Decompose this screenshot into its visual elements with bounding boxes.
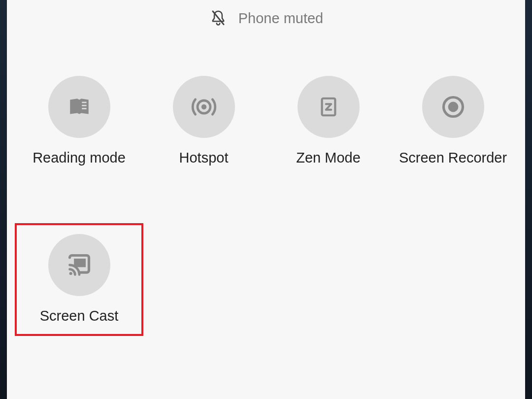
svg-point-4 xyxy=(201,104,206,109)
quick-settings-panel: Phone muted Reading mode xyxy=(7,0,525,399)
reading-mode-icon xyxy=(66,93,93,121)
svg-rect-1 xyxy=(82,102,86,103)
status-text: Phone muted xyxy=(238,10,324,27)
tile-circle xyxy=(298,76,360,138)
screen-cast-icon xyxy=(66,251,93,279)
tile-circle xyxy=(48,234,110,296)
screen-recorder-icon xyxy=(439,93,467,121)
hotspot-icon xyxy=(190,93,218,121)
svg-rect-3 xyxy=(82,108,86,109)
tile-circle xyxy=(422,76,484,138)
tile-screen-cast[interactable]: Screen Cast xyxy=(15,223,143,336)
zen-mode-icon xyxy=(315,93,342,121)
svg-point-10 xyxy=(69,272,72,275)
tiles-grid: Reading mode Hotspot xyxy=(7,37,525,334)
svg-point-8 xyxy=(448,102,458,112)
svg-rect-2 xyxy=(82,105,86,106)
tile-label: Screen Cast xyxy=(40,308,119,324)
tile-screen-recorder[interactable]: Screen Recorder xyxy=(391,67,515,176)
tile-circle xyxy=(48,76,110,138)
tile-zen-mode[interactable]: Zen Mode xyxy=(266,67,391,176)
tile-circle xyxy=(173,76,235,138)
tile-label: Hotspot xyxy=(179,150,229,166)
tile-label: Reading mode xyxy=(33,150,126,166)
tile-label: Zen Mode xyxy=(296,150,361,166)
bell-muted-icon xyxy=(209,9,228,28)
status-row: Phone muted xyxy=(7,5,525,37)
tile-hotspot[interactable]: Hotspot xyxy=(141,67,266,176)
tile-label: Screen Recorder xyxy=(399,150,507,166)
tile-reading-mode[interactable]: Reading mode xyxy=(17,67,141,176)
